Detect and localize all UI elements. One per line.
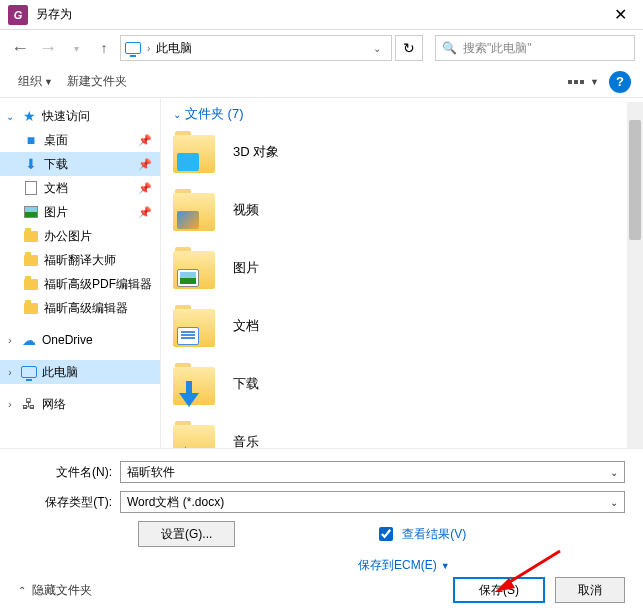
address-bar[interactable]: › 此电脑 ⌄: [120, 35, 392, 61]
monitor-icon: [125, 40, 141, 56]
sidebar-item-label: 图片: [44, 204, 134, 221]
breadcrumb-sep-icon: ›: [147, 43, 150, 54]
new-folder-button[interactable]: 新建文件夹: [61, 69, 133, 94]
caret-right-icon[interactable]: ›: [4, 335, 16, 346]
sidebar-quick-access[interactable]: ⌄ ★ 快速访问: [0, 104, 160, 128]
chevron-up-icon: ⌃: [18, 585, 26, 596]
sidebar-item[interactable]: 办公图片: [0, 224, 160, 248]
pin-icon: 📌: [138, 182, 152, 195]
pin-icon: 📌: [138, 134, 152, 147]
sidebar-item[interactable]: ⬇下载📌: [0, 152, 160, 176]
network-label: 网络: [42, 396, 156, 413]
body: ⌄ ★ 快速访问 ■桌面📌⬇下载📌文档📌图片📌办公图片福昕翻译大师福昕高级PDF…: [0, 98, 643, 448]
search-input[interactable]: 🔍 搜索"此电脑": [435, 35, 635, 61]
chevron-down-icon: ▼: [590, 77, 599, 87]
sidebar-item[interactable]: 图片📌: [0, 200, 160, 224]
sidebar-item[interactable]: 福昕高级编辑器: [0, 296, 160, 320]
new-folder-label: 新建文件夹: [67, 73, 127, 90]
chevron-down-icon[interactable]: ⌄: [610, 497, 618, 508]
download-icon: ⬇: [22, 155, 40, 173]
content-pane: ⌄ 文件夹 (7) 3D 对象视频图片文档下载音乐: [160, 98, 643, 448]
sidebar-item-label: 桌面: [44, 132, 134, 149]
folder-item[interactable]: 图片: [173, 246, 631, 290]
checkbox-input[interactable]: [379, 527, 393, 541]
sidebar-item-label: 福昕翻译大师: [44, 252, 156, 269]
up-button[interactable]: ↑: [92, 36, 116, 60]
filetype-value: Word文档 (*.docx): [127, 494, 224, 511]
search-placeholder: 搜索"此电脑": [463, 40, 532, 57]
sidebar-network[interactable]: › 🖧 网络: [0, 392, 160, 416]
sidebar-item[interactable]: ■桌面📌: [0, 128, 160, 152]
folder-section-header[interactable]: ⌄ 文件夹 (7): [173, 102, 631, 126]
organize-button[interactable]: 组织 ▼: [12, 69, 59, 94]
cloud-icon: ☁: [20, 331, 38, 349]
caret-right-icon[interactable]: ›: [4, 367, 16, 378]
sidebar-item[interactable]: 福昕翻译大师: [0, 248, 160, 272]
sidebar-item[interactable]: 文档📌: [0, 176, 160, 200]
caret-down-icon[interactable]: ⌄: [4, 111, 16, 122]
filename-input[interactable]: 福昕软件 ⌄: [120, 461, 625, 483]
save-button[interactable]: 保存(S): [453, 577, 545, 603]
folder-label: 下载: [233, 375, 259, 393]
chevron-down-icon[interactable]: ⌄: [610, 467, 618, 478]
folder-icon: [173, 247, 215, 289]
folder-item[interactable]: 下载: [173, 362, 631, 406]
pin-icon: 📌: [138, 158, 152, 171]
sidebar-item-label: 下载: [44, 156, 134, 173]
folder-item[interactable]: 音乐: [173, 420, 631, 448]
hide-folders-button[interactable]: ⌃ 隐藏文件夹: [18, 582, 92, 599]
back-button[interactable]: ←: [8, 36, 32, 60]
window-title: 另存为: [36, 6, 598, 23]
folder-item[interactable]: 3D 对象: [173, 130, 631, 174]
vertical-scrollbar[interactable]: [627, 102, 643, 448]
star-icon: ★: [20, 107, 38, 125]
sidebar-item-label: 福昕高级PDF编辑器: [44, 276, 156, 293]
help-button[interactable]: ?: [609, 71, 631, 93]
sidebar-this-pc[interactable]: › 此电脑: [0, 360, 160, 384]
navigation-bar: ← → ▾ ↑ › 此电脑 ⌄ ↻ 🔍 搜索"此电脑": [0, 30, 643, 66]
sidebar-onedrive[interactable]: › ☁ OneDrive: [0, 328, 160, 352]
sidebar-item-label: 办公图片: [44, 228, 156, 245]
folder-label: 视频: [233, 201, 259, 219]
filetype-select[interactable]: Word文档 (*.docx) ⌄: [120, 491, 625, 513]
folder-icon: [173, 131, 215, 173]
toolbar: 组织 ▼ 新建文件夹 ▼ ?: [0, 66, 643, 98]
folder-icon: [173, 189, 215, 231]
sidebar-item[interactable]: 福昕高级PDF编辑器: [0, 272, 160, 296]
folder-label: 图片: [233, 259, 259, 277]
folder-icon: [173, 305, 215, 347]
view-icon: [568, 80, 584, 84]
hide-folders-label: 隐藏文件夹: [32, 582, 92, 599]
forward-button[interactable]: →: [36, 36, 60, 60]
onedrive-label: OneDrive: [42, 333, 156, 347]
quick-access-label: 快速访问: [42, 108, 156, 125]
recent-dropdown[interactable]: ▾: [64, 36, 88, 60]
refresh-button[interactable]: ↻: [395, 35, 423, 61]
filename-label: 文件名(N):: [18, 464, 120, 481]
sidebar-item-label: 福昕高级编辑器: [44, 300, 156, 317]
caret-right-icon[interactable]: ›: [4, 399, 16, 410]
picture-icon: [22, 203, 40, 221]
folder-item[interactable]: 视频: [173, 188, 631, 232]
settings-label: 设置(G)...: [161, 526, 212, 543]
view-button[interactable]: ▼: [562, 73, 605, 91]
folder-item[interactable]: 文档: [173, 304, 631, 348]
cancel-button[interactable]: 取消: [555, 577, 625, 603]
bottom-bar: ⌃ 隐藏文件夹 保存(S) 取消: [0, 567, 643, 613]
footer-form: 文件名(N): 福昕软件 ⌄ 保存类型(T): Word文档 (*.docx) …: [0, 448, 643, 574]
close-button[interactable]: ✕: [598, 0, 643, 30]
this-pc-label: 此电脑: [42, 364, 156, 381]
folder-icon: [22, 227, 40, 245]
section-label: 文件夹 (7): [185, 105, 244, 123]
desktop-icon: ■: [22, 131, 40, 149]
folder-label: 音乐: [233, 433, 259, 448]
pin-icon: 📌: [138, 206, 152, 219]
network-icon: 🖧: [20, 395, 38, 413]
breadcrumb-location[interactable]: 此电脑: [156, 40, 192, 57]
address-dropdown-icon[interactable]: ⌄: [367, 43, 387, 54]
monitor-icon: [20, 363, 38, 381]
settings-button[interactable]: 设置(G)...: [138, 521, 235, 547]
folder-icon: [173, 421, 215, 448]
view-result-checkbox[interactable]: 查看结果(V): [375, 524, 466, 544]
search-icon: 🔍: [442, 41, 457, 55]
